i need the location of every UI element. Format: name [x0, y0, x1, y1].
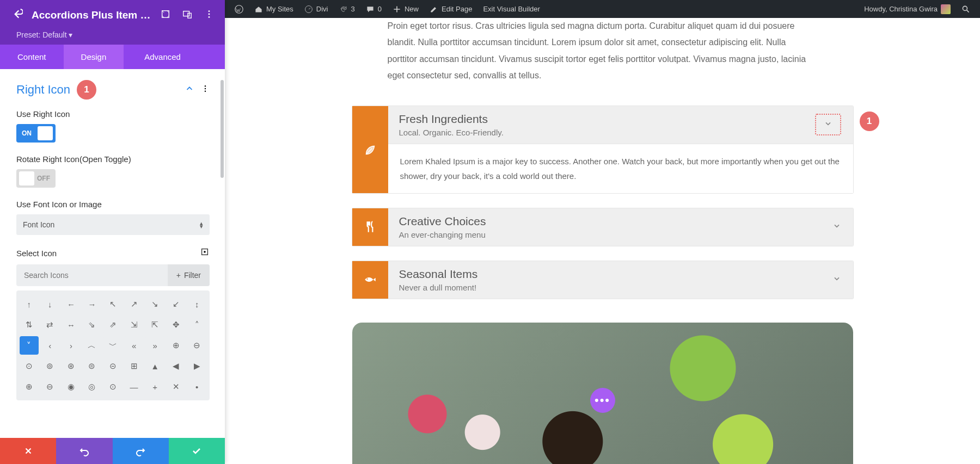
icon-option[interactable]: ⇄ — [41, 315, 60, 334]
icon-option[interactable]: ✕ — [167, 378, 186, 396]
icon-option[interactable]: ⇘ — [83, 315, 102, 334]
panel-header: Accordions Plus Item S... Preset: Defaul… — [0, 0, 225, 69]
redo-button[interactable] — [113, 438, 169, 464]
icon-option[interactable]: ‹ — [41, 336, 60, 355]
icon-option[interactable]: ⇗ — [103, 315, 122, 334]
icon-option[interactable]: ← — [62, 295, 81, 313]
icon-option[interactable]: ↘ — [145, 295, 164, 313]
exit-visual-builder[interactable]: Exit Visual Builder — [477, 0, 546, 18]
icon-option[interactable]: ⊜ — [83, 357, 102, 375]
icon-option[interactable]: › — [62, 336, 81, 355]
comments-count: 0 — [378, 5, 382, 13]
exit-label: Exit Visual Builder — [483, 5, 540, 13]
tab-advanced[interactable]: Advanced — [124, 45, 201, 69]
toggle-rotate-right-icon[interactable]: OFF — [16, 169, 56, 188]
icon-option[interactable]: ⊕ — [20, 378, 39, 396]
icon-option[interactable]: ⊖ — [41, 378, 60, 396]
toggle-use-right-icon[interactable]: ON — [16, 124, 56, 143]
expand-button[interactable] — [157, 9, 174, 21]
icon-option[interactable]: → — [83, 295, 102, 313]
section-title: Right Icon — [16, 83, 70, 97]
cancel-button[interactable] — [0, 438, 56, 464]
filter-button[interactable]: +Filter — [168, 264, 210, 286]
icon-option[interactable]: ⊙ — [20, 357, 39, 375]
back-button[interactable] — [8, 8, 26, 22]
field-label: Use Font Icon or Image — [16, 200, 210, 209]
preset-selector[interactable]: Preset: Default ▾ — [0, 30, 225, 45]
icon-option[interactable]: « — [125, 336, 144, 355]
icon-option[interactable]: ﹀ — [103, 336, 122, 355]
accordion-right-icon[interactable] — [832, 274, 841, 285]
panel-scrollbar[interactable] — [220, 80, 224, 178]
icon-option[interactable]: ↔ — [62, 315, 81, 334]
tab-content[interactable]: Content — [0, 45, 64, 69]
marker-badge-1: 1 — [77, 80, 96, 100]
comments-link[interactable]: 0 — [360, 0, 387, 18]
icon-option[interactable]: ▲ — [145, 357, 164, 375]
icon-option[interactable]: ⇲ — [125, 315, 144, 334]
icon-option[interactable]: ↗ — [125, 295, 144, 313]
section-menu[interactable] — [201, 84, 210, 95]
panel-menu-button[interactable] — [201, 9, 217, 21]
tab-design[interactable]: Design — [64, 45, 124, 69]
icon-option[interactable]: ↙ — [167, 295, 186, 313]
icon-option[interactable]: ⊚ — [41, 357, 60, 375]
intro-paragraph: Proin eget tortor risus. Cras ultricies … — [388, 18, 818, 106]
search-input[interactable] — [16, 264, 168, 286]
icon-option[interactable]: » — [145, 336, 164, 355]
icon-option[interactable]: ↕ — [187, 295, 206, 313]
icon-option[interactable]: ⊙ — [103, 378, 122, 396]
home-icon — [254, 5, 263, 14]
icon-option[interactable]: ◀ — [167, 357, 186, 375]
icon-option[interactable]: ⇱ — [145, 315, 164, 334]
icon-option[interactable]: ⊝ — [103, 357, 122, 375]
icon-option[interactable]: + — [145, 378, 164, 396]
section-collapse[interactable] — [185, 84, 194, 96]
search-toggle[interactable] — [956, 0, 976, 18]
edit-page-link[interactable]: Edit Page — [424, 0, 477, 18]
field-label: Rotate Right Icon(Open Toggle) — [16, 154, 210, 164]
site-link[interactable]: Divi — [299, 0, 334, 18]
icon-option[interactable]: ◉ — [62, 378, 81, 396]
updates-link[interactable]: 3 — [334, 0, 360, 18]
howdy-user[interactable]: Howdy, Christina Gwira — [859, 0, 956, 18]
icon-option[interactable]: ⊖ — [187, 336, 206, 355]
icon-picker-expand[interactable] — [200, 247, 210, 259]
accordion-subtitle: Never a dull moment! — [399, 283, 820, 292]
site-label: Divi — [316, 5, 328, 13]
my-sites-link[interactable]: My Sites — [249, 0, 299, 18]
accordion-right-icon[interactable] — [815, 114, 841, 135]
icon-option[interactable]: ⇅ — [20, 315, 39, 334]
icon-option[interactable]: ↖ — [103, 295, 122, 313]
icon-grid[interactable]: ↑↓←→↖↗↘↙↕⇅⇄↔⇘⇗⇲⇱✥˄˅‹›︿﹀«»⊕⊖⊙⊚⊛⊜⊝⊞▲◀▶⊕⊖◉◎… — [16, 290, 210, 400]
undo-button[interactable] — [56, 438, 112, 464]
icon-option[interactable]: ⊛ — [62, 357, 81, 375]
icon-option[interactable]: ⊞ — [125, 357, 144, 375]
accordion-title: Seasonal Items — [399, 268, 820, 281]
accordion-right-icon[interactable] — [832, 221, 841, 232]
accordion-header[interactable]: Creative Choices An ever-changing menu — [388, 208, 853, 246]
select-font-icon-or-image[interactable]: Font Icon ▴▾ — [16, 214, 210, 235]
icon-option[interactable]: ↑ — [20, 295, 39, 313]
icon-option[interactable]: ◎ — [83, 378, 102, 396]
icon-option[interactable]: ˄ — [187, 315, 206, 334]
icon-search-row: +Filter — [16, 264, 210, 286]
save-button[interactable] — [169, 438, 225, 464]
new-link[interactable]: New — [387, 0, 424, 18]
undo-icon — [79, 446, 90, 456]
marker-badge-1: 1 — [860, 112, 879, 131]
icon-option[interactable]: — — [125, 378, 144, 396]
accordion-header[interactable]: Fresh Ingredients Local. Organic. Eco-Fr… — [388, 106, 853, 144]
icon-option[interactable]: • — [187, 378, 206, 396]
icon-option[interactable]: ⊕ — [167, 336, 186, 355]
icon-option[interactable]: ︿ — [83, 336, 102, 355]
accordion-header[interactable]: Seasonal Items Never a dull moment! — [388, 261, 853, 299]
icon-option[interactable]: ▶ — [187, 357, 206, 375]
icon-option[interactable]: ˅ — [20, 336, 39, 355]
toggle-off-label: OFF — [37, 175, 50, 182]
icon-option[interactable]: ✥ — [167, 315, 186, 334]
icon-option[interactable]: ↓ — [41, 295, 60, 313]
wp-logo[interactable] — [229, 0, 249, 18]
responsive-button[interactable] — [179, 9, 195, 21]
module-options-fab[interactable]: ••• — [590, 388, 615, 413]
